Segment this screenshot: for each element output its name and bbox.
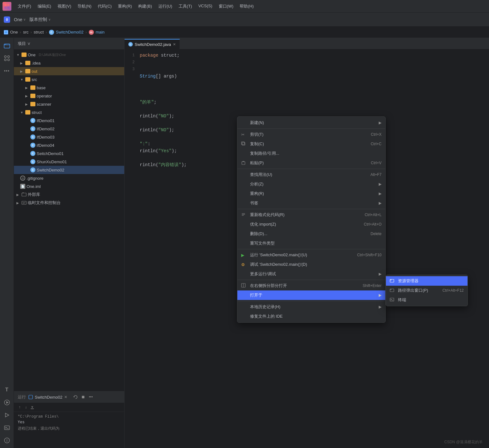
cm-optimizeimport-label: 优化 import(Z) xyxy=(250,221,361,227)
breadcrumb-src[interactable]: src xyxy=(23,30,28,34)
tree-item-oneiml[interactable]: 📄 One.iml xyxy=(14,182,124,190)
cm-item-rewrite[interactable]: 重写文件类型 xyxy=(237,239,385,248)
tree-item-scanner[interactable]: ▶ scanner xyxy=(14,100,124,108)
svg-rect-20 xyxy=(22,201,26,204)
sidebar-icon-info[interactable] xyxy=(2,435,12,445)
sidebar-icon-run[interactable] xyxy=(2,397,12,408)
cm-item-new[interactable]: 新建(N) ▶ xyxy=(237,118,385,128)
menu-file[interactable]: 文件(F) xyxy=(15,2,34,10)
svg-point-6 xyxy=(4,56,6,58)
cm-item-copypath[interactable]: 复制路径/引用... xyxy=(237,149,385,158)
svg-point-8 xyxy=(4,59,6,61)
run-content: "C:\Program Files\ Yes 进程已结束，退出代码为 xyxy=(14,412,124,434)
run-tab[interactable]: SwitchDemo02 ✕ xyxy=(28,395,67,400)
run-output: Yes xyxy=(18,420,120,425)
sidebar-icon-folder[interactable] xyxy=(2,40,12,51)
version-control-button[interactable]: 版本控制 ∨ xyxy=(29,17,51,22)
tree-item-external-lib[interactable]: ▶ 外部库 xyxy=(14,190,124,199)
menu-build[interactable]: 构建(B) xyxy=(136,2,154,10)
breadcrumb-class[interactable]: SwitchDemo02 xyxy=(56,30,83,34)
tree-item-shunxudemo01[interactable]: C ShunXuDemo01 xyxy=(14,158,124,166)
menu-nav[interactable]: 导航(N) xyxy=(75,2,94,10)
cm-paste-label: 粘贴(P) xyxy=(250,160,368,166)
cm-item-analyze[interactable]: 分析(Z) ▶ xyxy=(237,179,385,189)
cm-item-debug[interactable]: ⚙ 调试 'SwitchDemo02.main()'(D) xyxy=(237,260,385,269)
cm-item-bookmark[interactable]: 书签 ▶ xyxy=(237,198,385,208)
run-tab-close[interactable]: ✕ xyxy=(64,395,67,399)
sidebar-icon-font[interactable]: T xyxy=(2,385,12,395)
breadcrumb-method[interactable]: main xyxy=(96,30,105,34)
cm-item-refactor[interactable]: 重构(R) ▶ xyxy=(237,189,385,198)
menu-view[interactable]: 视图(V) xyxy=(55,2,74,10)
cm-item-copy[interactable]: 复制(C) Ctrl+C xyxy=(237,139,385,149)
tree-item-ifdemo03[interactable]: C IfDemo03 xyxy=(14,133,124,141)
tree-item-gitignore[interactable]: ⊘ .gitignore xyxy=(14,174,124,182)
editor-tab-close[interactable]: ✕ xyxy=(173,42,176,47)
cm-morerun-arrow: ▶ xyxy=(379,272,382,276)
sidebar-icon-modules[interactable] xyxy=(2,53,12,63)
cm-item-reformat[interactable]: 重新格式化代码(R) Ctrl+Alt+L xyxy=(237,210,385,220)
run-btn-scroll-down[interactable]: ↓ xyxy=(23,404,29,410)
run-btn-restart[interactable] xyxy=(72,394,79,400)
sidebar-icon-play[interactable] xyxy=(2,410,12,420)
menu-tools[interactable]: 工具(T) xyxy=(176,2,195,10)
cm-item-delete[interactable]: 删除(D)... Delete xyxy=(237,229,385,239)
cm-item-openin[interactable]: 打开于 ▶ xyxy=(237,290,385,300)
sm-item-explorer[interactable]: 资源管理器 xyxy=(386,276,468,286)
cm-item-fixide[interactable]: 修复文件上的 IDE xyxy=(237,312,385,321)
cm-item-findusages[interactable]: 查找用法(U) Alt+F7 xyxy=(237,170,385,179)
run-btn-scroll-up[interactable]: ↑ xyxy=(16,404,23,410)
cm-item-optimizeimport[interactable]: 优化 import(Z) Ctrl+Alt+O xyxy=(237,220,385,229)
tree-item-seitchdemo01[interactable]: C SeitchDemo01 xyxy=(14,149,124,158)
menu-vcs[interactable]: VCS(S) xyxy=(196,2,215,10)
line-content-p7: rintln("NO"); xyxy=(140,128,174,133)
breadcrumb-struct[interactable]: struct xyxy=(34,30,44,34)
tree-item-out[interactable]: ▶ out xyxy=(14,67,124,75)
tree-item-ifdemo04[interactable]: C ifDemo04 xyxy=(14,141,124,149)
tree-root[interactable]: ▼ One D:\JAVA项目\One xyxy=(14,51,124,59)
cm-sep4 xyxy=(237,249,385,249)
cm-sep1 xyxy=(237,128,385,129)
cm-splitopen-shortcut: Shift+Enter xyxy=(363,283,382,288)
tree-item-idea[interactable]: ▶ .idea xyxy=(14,59,124,67)
editor-tab-switchdemo02[interactable]: C SwitchDemo02.java ✕ xyxy=(125,39,180,49)
cm-bookmark-arrow: ▶ xyxy=(379,201,382,205)
menu-code[interactable]: 代码(C) xyxy=(95,2,114,10)
menu-help[interactable]: 帮助(H) xyxy=(237,2,256,10)
cm-delete-shortcut: Delete xyxy=(370,232,382,236)
line-content-p5: rintln("NO"); xyxy=(140,114,174,119)
tree-item-src[interactable]: ▼ src xyxy=(14,75,124,84)
project-selector[interactable]: One ∨ xyxy=(14,17,26,22)
editor-tab-icon: C xyxy=(128,42,133,47)
project-chevron-icon: ∨ xyxy=(23,18,26,21)
cm-reformat-icon xyxy=(241,212,248,218)
tree-item-operator[interactable]: ▶ operator xyxy=(14,92,124,100)
cm-item-morerun[interactable]: 更多运行/调试 ▶ xyxy=(237,269,385,279)
tree-item-ifdemo02[interactable]: C IfDemo02 xyxy=(14,125,124,133)
tree-item-switchdemo02[interactable]: C SwitchDemo02 xyxy=(14,166,124,174)
sidebar-icon-terminal[interactable] xyxy=(2,423,12,433)
cm-item-cut[interactable]: ✂ 剪切(T) Ctrl+X xyxy=(237,130,385,139)
tree-ifdemo01-icon: C xyxy=(30,118,35,123)
run-btn-scroll-end[interactable] xyxy=(29,404,35,410)
cm-item-localhistory[interactable]: 本地历史记录(H) ▶ xyxy=(237,302,385,312)
menu-window[interactable]: 窗口(W) xyxy=(216,2,236,10)
tree-item-base[interactable]: ▶ base xyxy=(14,84,124,92)
tree-item-struct[interactable]: ▼ struct xyxy=(14,108,124,116)
sidebar-icon-more[interactable]: ••• xyxy=(2,66,12,76)
menu-run[interactable]: 运行(U) xyxy=(156,2,175,10)
sm-item-pathpopup[interactable]: 路径弹出窗口(P) Ctrl+Alt+F12 xyxy=(386,286,468,295)
cm-item-splitopen[interactable]: 在右侧拆分部分打开 Shift+Enter xyxy=(237,281,385,290)
sm-item-terminal[interactable]: 终端 xyxy=(386,295,468,305)
tree-item-ifdemo01[interactable]: C IfDemo01 xyxy=(14,116,124,125)
run-btn-stop[interactable] xyxy=(80,394,86,400)
code-line-1: 1 package struct; xyxy=(125,52,489,59)
tree-item-temp-files[interactable]: ▶ 临时文件和控制台 xyxy=(14,199,124,207)
menu-edit[interactable]: 编辑(E) xyxy=(35,2,54,10)
run-btn-more[interactable]: ••• xyxy=(88,394,94,400)
tree-base-folder-icon xyxy=(30,85,35,90)
menu-refactor[interactable]: 重构(R) xyxy=(115,2,134,10)
breadcrumb-project[interactable]: One xyxy=(10,30,18,34)
cm-item-paste[interactable]: 粘贴(P) Ctrl+V xyxy=(237,158,385,168)
cm-item-run[interactable]: ▶ 运行 'SwitchDemo02.main()'(U) Ctrl+Shift… xyxy=(237,250,385,260)
